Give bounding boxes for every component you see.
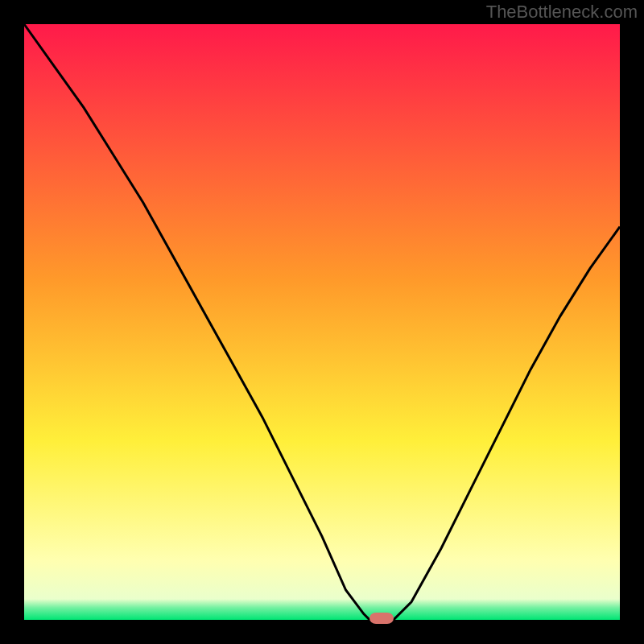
watermark-text: TheBottleneck.com bbox=[486, 2, 638, 23]
gradient-background bbox=[24, 24, 620, 620]
bottleneck-chart bbox=[0, 0, 644, 644]
optimum-marker bbox=[369, 613, 394, 624]
chart-container: TheBottleneck.com bbox=[0, 0, 644, 644]
